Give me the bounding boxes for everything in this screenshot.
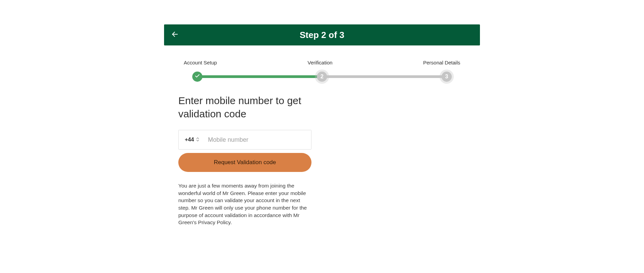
progress-stepper: Account Setup Verification Personal Deta… bbox=[164, 60, 480, 82]
step-node-2-current: 2 bbox=[317, 72, 327, 82]
country-code-select[interactable]: +44 bbox=[179, 130, 203, 149]
info-paragraph: You are just a few moments away from joi… bbox=[178, 182, 311, 226]
step-label-personal-details: Personal Details bbox=[423, 60, 460, 65]
sort-icon bbox=[196, 137, 199, 142]
country-code-value: +44 bbox=[185, 137, 194, 143]
step-header: Step 2 of 3 bbox=[164, 24, 480, 45]
phone-input-group: +44 bbox=[178, 130, 311, 150]
mobile-number-input[interactable] bbox=[203, 130, 311, 149]
page-title: Step 2 of 3 bbox=[300, 30, 344, 40]
step-node-1-done bbox=[192, 72, 202, 82]
step-node-3-future: 3 bbox=[442, 72, 452, 82]
arrow-left-icon bbox=[171, 31, 179, 39]
step-label-verification: Verification bbox=[307, 60, 332, 65]
form-heading: Enter mobile number to get validation co… bbox=[178, 94, 321, 120]
step-label-account-setup: Account Setup bbox=[184, 60, 217, 65]
back-button[interactable] bbox=[171, 31, 179, 39]
progress-bar-fill bbox=[197, 75, 322, 78]
form-section: Enter mobile number to get validation co… bbox=[164, 94, 480, 226]
request-validation-button[interactable]: Request Validation code bbox=[178, 153, 311, 172]
check-icon bbox=[195, 73, 200, 80]
